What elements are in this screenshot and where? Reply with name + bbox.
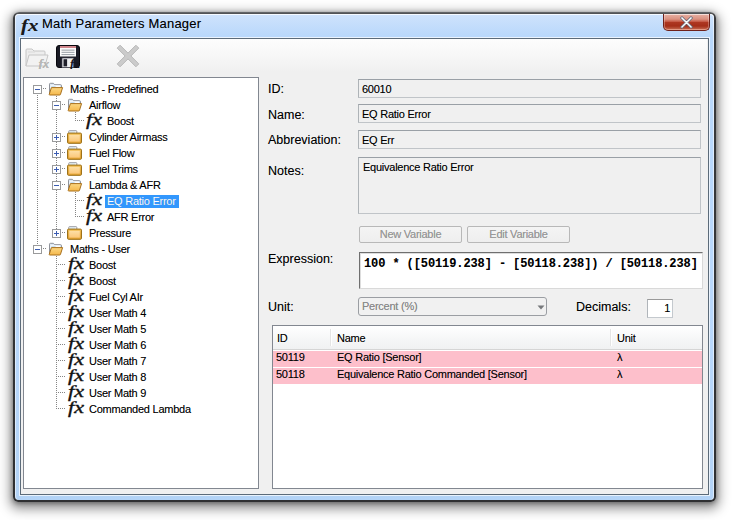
svg-text:fx: fx <box>39 56 50 70</box>
svg-text:fx: fx <box>70 57 80 69</box>
